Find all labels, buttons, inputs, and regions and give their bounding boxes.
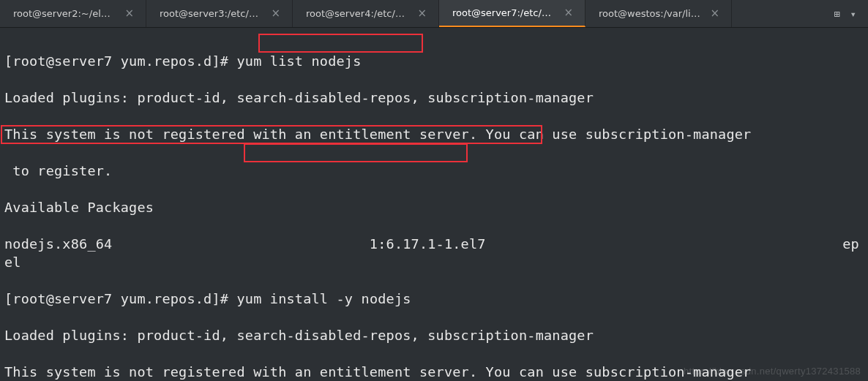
tab-westos[interactable]: root@westos:/var/lib… × <box>585 0 732 27</box>
dropdown-icon[interactable]: ▾ <box>850 8 856 20</box>
tab-server7[interactable]: root@server7:/etc/yu… × <box>439 0 585 27</box>
tab-tools: ⊞ ▾ <box>834 0 868 27</box>
tab-label: root@server4:/etc/ela… <box>306 8 408 19</box>
new-tab-icon[interactable]: ⊞ <box>834 8 839 20</box>
close-icon[interactable]: × <box>562 7 575 18</box>
tab-label: root@server3:/etc/ela… <box>160 8 262 19</box>
prompt: [root@server7 yum.repos.d]# <box>4 291 236 306</box>
tab-server2[interactable]: root@server2:~/elasti… × <box>0 0 146 27</box>
command-text: yum install -y nodejs <box>236 291 411 306</box>
output-line: Available Packages <box>4 198 864 216</box>
close-icon[interactable]: × <box>416 8 428 19</box>
tab-label: root@server2:~/elasti… <box>13 8 116 19</box>
output-line: to register. <box>4 162 864 180</box>
tab-server3[interactable]: root@server3:/etc/ela… × <box>146 0 293 27</box>
output-line: Loaded plugins: product-id, search-disab… <box>4 88 864 107</box>
terminal-output[interactable]: [root@server7 yum.repos.d]# yum list nod… <box>0 28 868 381</box>
output-line: Loaded plugins: product-id, search-disab… <box>4 326 864 344</box>
watermark: https://blog.csdn.net/qwerty1372431588 <box>684 366 861 377</box>
tab-label: root@server7:/etc/yu… <box>452 7 555 18</box>
close-icon[interactable]: × <box>269 8 282 19</box>
close-icon[interactable]: × <box>123 8 135 19</box>
prompt: [root@server7 yum.repos.d]# <box>4 53 236 69</box>
tab-label: root@westos:/var/lib… <box>599 8 701 19</box>
tab-bar: root@server2:~/elasti… × root@server3:/e… <box>0 0 868 28</box>
command-text: yum list nodejs <box>236 53 361 69</box>
tab-server4[interactable]: root@server4:/etc/ela… × <box>293 0 439 27</box>
prompt-line: [root@server7 yum.repos.d]# yum list nod… <box>4 52 864 70</box>
package-line: nodejs.x86_64 1:6.17.1-1.el7 epel <box>4 235 864 271</box>
close-icon[interactable]: × <box>708 8 721 19</box>
output-line: This system is not registered with an en… <box>4 125 864 143</box>
prompt-line: [root@server7 yum.repos.d]# yum install … <box>4 290 864 308</box>
